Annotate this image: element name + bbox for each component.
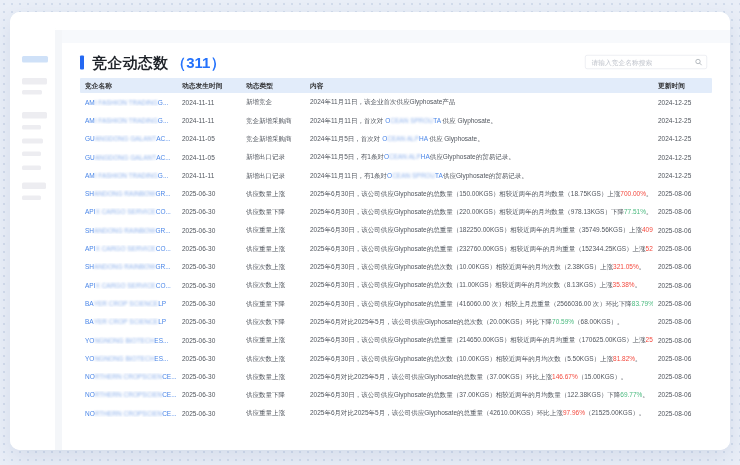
table-row[interactable]: BAYER CROP SCIENCE LP2025-06-30供应次数下降202… <box>80 313 712 331</box>
sidebar-item[interactable] <box>22 90 42 95</box>
company-name-prefix: GU <box>85 153 95 161</box>
dynamic-date-cell: 2025-06-30 <box>177 263 241 271</box>
updated-date-cell: 2025-08-06 <box>653 391 712 399</box>
content-cell: 2025年6月对比2025年5月，该公司供应Glyphosate的总重量（426… <box>305 409 653 418</box>
search-input[interactable] <box>585 55 707 69</box>
table-row[interactable]: APIX CARGO SERVICE CO...2025-06-30供应次数上涨… <box>80 276 712 294</box>
table-row[interactable]: APIX CARGO SERVICE CO...2025-06-30供应重量上涨… <box>80 239 712 257</box>
content-text: 供应Glyphosate的贸易记录。 <box>443 171 528 179</box>
company-name-blurred: ANGDONG GALANT <box>95 135 156 143</box>
company-name-link[interactable]: AMI FASHION TRADING G... <box>85 172 168 180</box>
table-row[interactable]: BAYER CROP SCIENCE LP2025-06-30供应重量下降202… <box>80 294 712 312</box>
toolbar-band <box>62 30 730 43</box>
company-name-link[interactable]: GUANGDONG GALANT AC... <box>85 135 171 143</box>
company-name-link[interactable]: NORTHERN CROPSCIENCE... <box>85 373 177 381</box>
dynamic-type-cell: 供应数量上涨 <box>241 189 305 198</box>
company-name-link[interactable]: SHANDONG RAINBOW GR... <box>85 226 171 234</box>
company-name-link[interactable]: BAYER CROP SCIENCE LP <box>85 318 166 326</box>
table-row[interactable]: NORTHERN CROPSCIENCE...2025-06-30供应数量下降2… <box>80 386 712 404</box>
content-company-blurred[interactable]: CEAN SPROU <box>392 171 435 179</box>
content-text: 2025年6月30日，该公司供应Glyphosate的总数量（37.00KGS）… <box>310 391 620 399</box>
company-name-cell: APIX CARGO SERVICE CO... <box>80 245 177 253</box>
company-name-link[interactable]: YONGNONG BIOTECH ES... <box>85 355 168 363</box>
dynamic-type-cell: 供应重量下降 <box>241 299 305 308</box>
content-cell: 2025年6月30日，该公司供应Glyphosate的总重量（214650.00… <box>305 336 653 345</box>
updated-date-cell: 2024-12-25 <box>653 117 712 125</box>
content-text: 2025年6月30日，该公司供应Glyphosate的总重量（214650.00… <box>310 336 646 344</box>
updated-date-cell: 2025-08-06 <box>653 409 712 417</box>
table-row[interactable]: NORTHERN CROPSCIENCE...2025-06-30供应数量上涨2… <box>80 367 712 385</box>
table-row[interactable]: GUANGDONG GALANT AC...2024-11-05新增出口记录20… <box>80 148 712 166</box>
company-name-cell: AMI FASHION TRADING G... <box>80 98 177 106</box>
sidebar-item[interactable] <box>22 183 46 190</box>
sidebar-item-active[interactable] <box>22 56 48 63</box>
table-row[interactable]: YONGNONG BIOTECH ES...2025-06-30供应次数上涨20… <box>80 349 712 367</box>
sidebar-item[interactable] <box>22 125 41 130</box>
dynamic-type-cell: 供应重量上涨 <box>241 409 305 418</box>
content-cell: 2024年11月5日，首次对 OCEAN ALPHA 供应 Glyphosate… <box>305 134 653 143</box>
company-name-link[interactable]: SHANDONG RAINBOW GR... <box>85 263 171 271</box>
updated-date-cell: 2025-08-06 <box>653 263 712 271</box>
content-cell: 2025年6月30日，该公司供应Glyphosate的总重量（232760.00… <box>305 244 653 253</box>
updated-date-cell: 2025-08-06 <box>653 208 712 216</box>
sidebar-item[interactable] <box>22 112 47 119</box>
sidebar-item[interactable] <box>22 78 47 85</box>
content-company-blurred[interactable]: CEAN ALP <box>387 135 419 143</box>
table-row[interactable]: SHANDONG RAINBOW GR...2025-06-30供应次数上涨20… <box>80 258 712 276</box>
company-name-link[interactable]: APIX CARGO SERVICE CO... <box>85 208 171 216</box>
company-name-blurred: ANDONG RAINBOW <box>94 190 155 198</box>
company-name-link[interactable]: BAYER CROP SCIENCE LP <box>85 300 166 308</box>
table-row[interactable]: NORTHERN CROPSCIENCE...2025-06-30供应重量上涨2… <box>80 404 712 422</box>
content-cell: 2025年6月30日，该公司供应Glyphosate的总次数（10.00KGS）… <box>305 262 653 271</box>
content-text: 供应Glyphosate的贸易记录。 <box>430 153 515 161</box>
company-name-link[interactable]: SHANDONG RAINBOW GR... <box>85 190 171 198</box>
sidebar-item[interactable] <box>22 139 43 144</box>
company-name-link[interactable]: NORTHERN CROPSCIENCE... <box>85 409 177 417</box>
desktop-background: 竞企动态数 （311） 竞企名称 动态发生时间 动态类型 内容 更新时间 <box>0 0 740 465</box>
content-company-blurred[interactable]: CEAN SPROU <box>390 116 433 124</box>
content-text: 。 <box>635 354 642 362</box>
content-cell: 2025年6月对比2025年5月，该公司供应Glyphosate的总次数（20.… <box>305 317 653 326</box>
content-company-blurred[interactable]: CEAN ALP <box>389 153 421 161</box>
content-company-link[interactable]: TA <box>435 171 443 179</box>
content-percent-up: 81.82% <box>613 354 635 362</box>
company-name-link[interactable]: APIX CARGO SERVICE CO... <box>85 281 171 289</box>
dynamic-date-cell: 2024-11-11 <box>177 172 241 180</box>
sidebar <box>10 12 55 450</box>
content-text: （68.00KGS）。 <box>574 318 624 326</box>
company-name-cell: SHANDONG RAINBOW GR... <box>80 263 177 271</box>
search-icon[interactable] <box>695 58 703 66</box>
table-row[interactable]: SHANDONG RAINBOW GR...2025-06-30供应重量上涨20… <box>80 221 712 239</box>
content-company-link[interactable]: HA <box>421 153 430 161</box>
table-row[interactable]: AMI FASHION TRADING G...2024-11-11竞企新增采购… <box>80 111 712 129</box>
company-name-suffix: AC... <box>156 135 170 143</box>
company-name-link[interactable]: AMI FASHION TRADING G... <box>85 117 168 125</box>
company-name-link[interactable]: NORTHERN CROPSCIENCE... <box>85 391 177 399</box>
table-row[interactable]: AMI FASHION TRADING G...2024-11-11新增竞企20… <box>80 93 712 111</box>
company-name-link[interactable]: GUANGDONG GALANT AC... <box>85 153 171 161</box>
content-text: 2024年11月5日，有1条对 <box>310 153 384 161</box>
content-percent-down: 77.51% <box>624 208 646 216</box>
company-name-link[interactable]: APIX CARGO SERVICE CO... <box>85 245 171 253</box>
dynamic-date-cell: 2025-06-30 <box>177 281 241 289</box>
company-name-link[interactable]: AMI FASHION TRADING G... <box>85 98 168 106</box>
table-row[interactable]: AMI FASHION TRADING G...2024-11-11新增出口记录… <box>80 166 712 184</box>
dynamic-date-cell: 2025-06-30 <box>177 336 241 344</box>
company-name-prefix: API <box>85 281 95 289</box>
content-company-link[interactable]: HA <box>419 135 428 143</box>
company-name-prefix: SH <box>85 190 94 198</box>
table-row[interactable]: SHANDONG RAINBOW GR...2025-06-30供应数量上涨20… <box>80 184 712 202</box>
table-row[interactable]: GUANGDONG GALANT AC...2024-11-05竞企新增采购商2… <box>80 130 712 148</box>
dynamic-type-cell: 新增竞企 <box>241 98 305 107</box>
table-row[interactable]: YONGNONG BIOTECH ES...2025-06-30供应重量上涨20… <box>80 331 712 349</box>
sidebar-item[interactable] <box>22 152 41 157</box>
dynamic-type-cell: 供应重量上涨 <box>241 336 305 345</box>
content-text: 2025年6月30日，该公司供应Glyphosate的总重量（182250.00… <box>310 226 642 234</box>
content-company-link[interactable]: TA <box>433 116 440 124</box>
table-row[interactable]: APIX CARGO SERVICE CO...2025-06-30供应数量下降… <box>80 203 712 221</box>
company-name-link[interactable]: YONGNONG BIOTECH ES... <box>85 336 168 344</box>
sidebar-item[interactable] <box>22 166 41 171</box>
company-name-suffix: ES... <box>154 355 168 363</box>
content-cell: 2025年6月30日，该公司供应Glyphosate的总数量（220.00KGS… <box>305 207 653 216</box>
sidebar-item[interactable] <box>22 196 41 201</box>
